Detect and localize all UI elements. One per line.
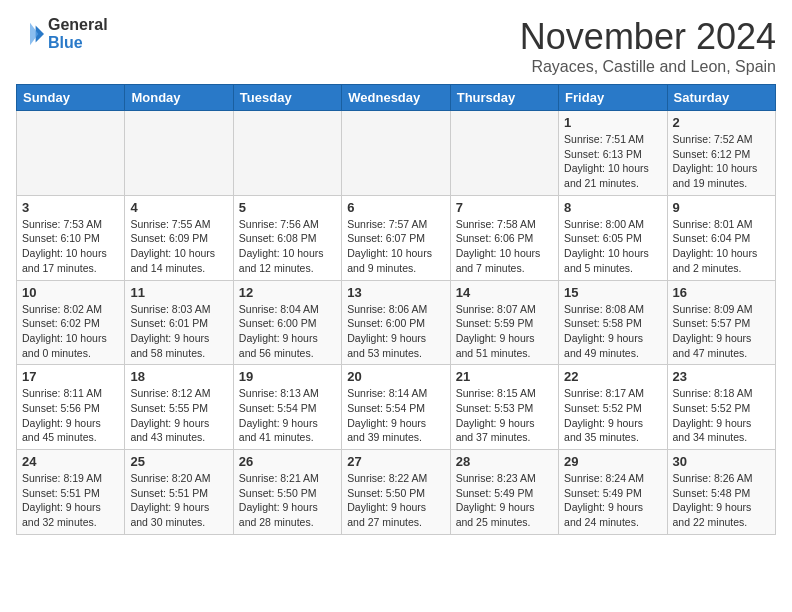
day-info: Sunrise: 8:06 AMSunset: 6:00 PMDaylight:…: [347, 302, 444, 361]
day-number: 9: [673, 200, 770, 215]
day-number: 1: [564, 115, 661, 130]
calendar-day-cell: 22Sunrise: 8:17 AMSunset: 5:52 PMDayligh…: [559, 365, 667, 450]
day-number: 6: [347, 200, 444, 215]
day-info: Sunrise: 8:18 AMSunset: 5:52 PMDaylight:…: [673, 386, 770, 445]
day-info: Sunrise: 8:19 AMSunset: 5:51 PMDaylight:…: [22, 471, 119, 530]
calendar-day-cell: 8Sunrise: 8:00 AMSunset: 6:05 PMDaylight…: [559, 195, 667, 280]
calendar-header-row: SundayMondayTuesdayWednesdayThursdayFrid…: [17, 85, 776, 111]
calendar-day-cell: [233, 111, 341, 196]
day-info: Sunrise: 8:14 AMSunset: 5:54 PMDaylight:…: [347, 386, 444, 445]
day-number: 5: [239, 200, 336, 215]
calendar-day-cell: 11Sunrise: 8:03 AMSunset: 6:01 PMDayligh…: [125, 280, 233, 365]
title-block: November 2024 Rayaces, Castille and Leon…: [520, 16, 776, 76]
calendar-day-cell: 6Sunrise: 7:57 AMSunset: 6:07 PMDaylight…: [342, 195, 450, 280]
day-info: Sunrise: 7:53 AMSunset: 6:10 PMDaylight:…: [22, 217, 119, 276]
calendar-day-cell: 7Sunrise: 7:58 AMSunset: 6:06 PMDaylight…: [450, 195, 558, 280]
day-of-week-header: Thursday: [450, 85, 558, 111]
day-info: Sunrise: 8:13 AMSunset: 5:54 PMDaylight:…: [239, 386, 336, 445]
day-number: 23: [673, 369, 770, 384]
calendar-day-cell: 30Sunrise: 8:26 AMSunset: 5:48 PMDayligh…: [667, 450, 775, 535]
day-info: Sunrise: 8:20 AMSunset: 5:51 PMDaylight:…: [130, 471, 227, 530]
calendar-day-cell: 20Sunrise: 8:14 AMSunset: 5:54 PMDayligh…: [342, 365, 450, 450]
day-number: 18: [130, 369, 227, 384]
calendar-day-cell: 25Sunrise: 8:20 AMSunset: 5:51 PMDayligh…: [125, 450, 233, 535]
day-info: Sunrise: 8:12 AMSunset: 5:55 PMDaylight:…: [130, 386, 227, 445]
day-number: 29: [564, 454, 661, 469]
day-number: 15: [564, 285, 661, 300]
day-info: Sunrise: 7:58 AMSunset: 6:06 PMDaylight:…: [456, 217, 553, 276]
day-of-week-header: Friday: [559, 85, 667, 111]
day-info: Sunrise: 8:02 AMSunset: 6:02 PMDaylight:…: [22, 302, 119, 361]
calendar-day-cell: 16Sunrise: 8:09 AMSunset: 5:57 PMDayligh…: [667, 280, 775, 365]
day-number: 11: [130, 285, 227, 300]
day-number: 28: [456, 454, 553, 469]
calendar-day-cell: [450, 111, 558, 196]
day-info: Sunrise: 8:03 AMSunset: 6:01 PMDaylight:…: [130, 302, 227, 361]
day-number: 26: [239, 454, 336, 469]
logo-general-text: General: [48, 16, 108, 34]
day-info: Sunrise: 8:09 AMSunset: 5:57 PMDaylight:…: [673, 302, 770, 361]
day-number: 21: [456, 369, 553, 384]
calendar-day-cell: 28Sunrise: 8:23 AMSunset: 5:49 PMDayligh…: [450, 450, 558, 535]
day-number: 2: [673, 115, 770, 130]
calendar-day-cell: 27Sunrise: 8:22 AMSunset: 5:50 PMDayligh…: [342, 450, 450, 535]
day-info: Sunrise: 8:08 AMSunset: 5:58 PMDaylight:…: [564, 302, 661, 361]
calendar-day-cell: 17Sunrise: 8:11 AMSunset: 5:56 PMDayligh…: [17, 365, 125, 450]
day-number: 16: [673, 285, 770, 300]
day-of-week-header: Monday: [125, 85, 233, 111]
calendar-day-cell: 3Sunrise: 7:53 AMSunset: 6:10 PMDaylight…: [17, 195, 125, 280]
svg-marker-1: [30, 22, 38, 44]
calendar-week-row: 24Sunrise: 8:19 AMSunset: 5:51 PMDayligh…: [17, 450, 776, 535]
day-number: 27: [347, 454, 444, 469]
day-info: Sunrise: 7:56 AMSunset: 6:08 PMDaylight:…: [239, 217, 336, 276]
day-number: 30: [673, 454, 770, 469]
day-info: Sunrise: 8:21 AMSunset: 5:50 PMDaylight:…: [239, 471, 336, 530]
day-info: Sunrise: 7:55 AMSunset: 6:09 PMDaylight:…: [130, 217, 227, 276]
day-info: Sunrise: 7:51 AMSunset: 6:13 PMDaylight:…: [564, 132, 661, 191]
month-title: November 2024: [520, 16, 776, 58]
calendar-day-cell: 26Sunrise: 8:21 AMSunset: 5:50 PMDayligh…: [233, 450, 341, 535]
calendar-day-cell: [17, 111, 125, 196]
calendar-day-cell: 2Sunrise: 7:52 AMSunset: 6:12 PMDaylight…: [667, 111, 775, 196]
day-number: 24: [22, 454, 119, 469]
day-number: 14: [456, 285, 553, 300]
calendar-day-cell: 10Sunrise: 8:02 AMSunset: 6:02 PMDayligh…: [17, 280, 125, 365]
day-info: Sunrise: 8:24 AMSunset: 5:49 PMDaylight:…: [564, 471, 661, 530]
day-number: 20: [347, 369, 444, 384]
calendar-day-cell: 14Sunrise: 8:07 AMSunset: 5:59 PMDayligh…: [450, 280, 558, 365]
day-info: Sunrise: 8:17 AMSunset: 5:52 PMDaylight:…: [564, 386, 661, 445]
calendar-table: SundayMondayTuesdayWednesdayThursdayFrid…: [16, 84, 776, 535]
calendar-day-cell: 12Sunrise: 8:04 AMSunset: 6:00 PMDayligh…: [233, 280, 341, 365]
location-text: Rayaces, Castille and Leon, Spain: [520, 58, 776, 76]
day-info: Sunrise: 8:07 AMSunset: 5:59 PMDaylight:…: [456, 302, 553, 361]
day-info: Sunrise: 8:15 AMSunset: 5:53 PMDaylight:…: [456, 386, 553, 445]
calendar-day-cell: [342, 111, 450, 196]
day-number: 19: [239, 369, 336, 384]
calendar-day-cell: 1Sunrise: 7:51 AMSunset: 6:13 PMDaylight…: [559, 111, 667, 196]
day-info: Sunrise: 7:52 AMSunset: 6:12 PMDaylight:…: [673, 132, 770, 191]
calendar-day-cell: 9Sunrise: 8:01 AMSunset: 6:04 PMDaylight…: [667, 195, 775, 280]
calendar-day-cell: 23Sunrise: 8:18 AMSunset: 5:52 PMDayligh…: [667, 365, 775, 450]
day-number: 13: [347, 285, 444, 300]
calendar-week-row: 17Sunrise: 8:11 AMSunset: 5:56 PMDayligh…: [17, 365, 776, 450]
day-number: 8: [564, 200, 661, 215]
calendar-day-cell: 24Sunrise: 8:19 AMSunset: 5:51 PMDayligh…: [17, 450, 125, 535]
day-info: Sunrise: 8:23 AMSunset: 5:49 PMDaylight:…: [456, 471, 553, 530]
calendar-day-cell: 29Sunrise: 8:24 AMSunset: 5:49 PMDayligh…: [559, 450, 667, 535]
day-of-week-header: Saturday: [667, 85, 775, 111]
calendar-week-row: 3Sunrise: 7:53 AMSunset: 6:10 PMDaylight…: [17, 195, 776, 280]
day-of-week-header: Wednesday: [342, 85, 450, 111]
calendar-day-cell: 19Sunrise: 8:13 AMSunset: 5:54 PMDayligh…: [233, 365, 341, 450]
day-info: Sunrise: 8:22 AMSunset: 5:50 PMDaylight:…: [347, 471, 444, 530]
calendar-day-cell: 21Sunrise: 8:15 AMSunset: 5:53 PMDayligh…: [450, 365, 558, 450]
calendar-week-row: 10Sunrise: 8:02 AMSunset: 6:02 PMDayligh…: [17, 280, 776, 365]
logo-text: General Blue: [48, 16, 108, 51]
day-number: 7: [456, 200, 553, 215]
calendar-day-cell: 4Sunrise: 7:55 AMSunset: 6:09 PMDaylight…: [125, 195, 233, 280]
day-number: 3: [22, 200, 119, 215]
day-of-week-header: Sunday: [17, 85, 125, 111]
calendar-day-cell: 5Sunrise: 7:56 AMSunset: 6:08 PMDaylight…: [233, 195, 341, 280]
day-number: 4: [130, 200, 227, 215]
calendar-week-row: 1Sunrise: 7:51 AMSunset: 6:13 PMDaylight…: [17, 111, 776, 196]
day-info: Sunrise: 7:57 AMSunset: 6:07 PMDaylight:…: [347, 217, 444, 276]
